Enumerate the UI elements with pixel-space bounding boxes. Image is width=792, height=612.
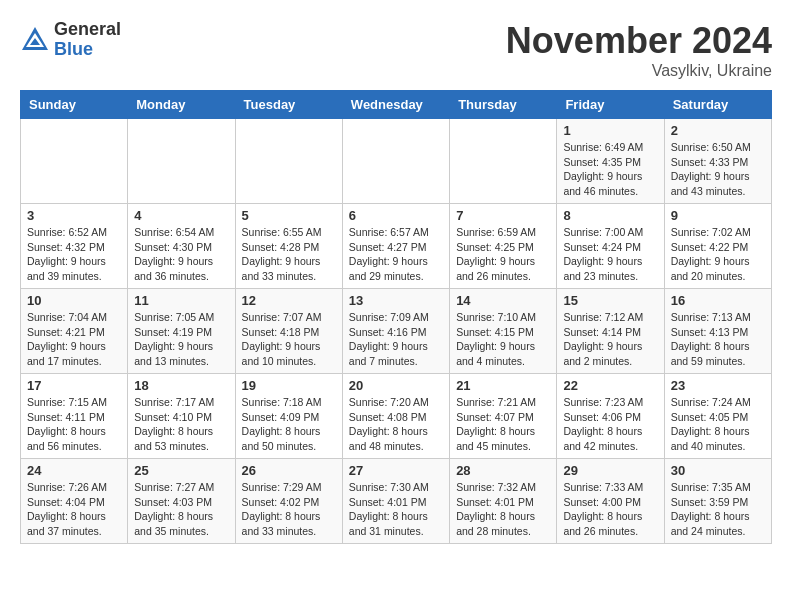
day-number: 2 bbox=[671, 123, 765, 138]
day-number: 7 bbox=[456, 208, 550, 223]
header-thursday: Thursday bbox=[450, 91, 557, 119]
day-cell-0-3 bbox=[342, 119, 449, 204]
calendar-table: Sunday Monday Tuesday Wednesday Thursday… bbox=[20, 90, 772, 544]
week-row-4: 24Sunrise: 7:26 AMSunset: 4:04 PMDayligh… bbox=[21, 459, 772, 544]
header-friday: Friday bbox=[557, 91, 664, 119]
day-info: Sunrise: 7:13 AMSunset: 4:13 PMDaylight:… bbox=[671, 310, 765, 369]
day-cell-0-0 bbox=[21, 119, 128, 204]
day-number: 11 bbox=[134, 293, 228, 308]
day-info: Sunrise: 7:10 AMSunset: 4:15 PMDaylight:… bbox=[456, 310, 550, 369]
day-info: Sunrise: 7:05 AMSunset: 4:19 PMDaylight:… bbox=[134, 310, 228, 369]
day-number: 21 bbox=[456, 378, 550, 393]
logo: General Blue bbox=[20, 20, 121, 60]
header-row: Sunday Monday Tuesday Wednesday Thursday… bbox=[21, 91, 772, 119]
day-number: 19 bbox=[242, 378, 336, 393]
day-number: 25 bbox=[134, 463, 228, 478]
day-number: 26 bbox=[242, 463, 336, 478]
day-info: Sunrise: 6:55 AMSunset: 4:28 PMDaylight:… bbox=[242, 225, 336, 284]
calendar-header: Sunday Monday Tuesday Wednesday Thursday… bbox=[21, 91, 772, 119]
day-info: Sunrise: 7:33 AMSunset: 4:00 PMDaylight:… bbox=[563, 480, 657, 539]
day-cell-0-2 bbox=[235, 119, 342, 204]
day-cell-4-0: 24Sunrise: 7:26 AMSunset: 4:04 PMDayligh… bbox=[21, 459, 128, 544]
day-info: Sunrise: 6:49 AMSunset: 4:35 PMDaylight:… bbox=[563, 140, 657, 199]
day-cell-3-5: 22Sunrise: 7:23 AMSunset: 4:06 PMDayligh… bbox=[557, 374, 664, 459]
day-info: Sunrise: 6:52 AMSunset: 4:32 PMDaylight:… bbox=[27, 225, 121, 284]
day-cell-3-0: 17Sunrise: 7:15 AMSunset: 4:11 PMDayligh… bbox=[21, 374, 128, 459]
day-info: Sunrise: 7:00 AMSunset: 4:24 PMDaylight:… bbox=[563, 225, 657, 284]
week-row-1: 3Sunrise: 6:52 AMSunset: 4:32 PMDaylight… bbox=[21, 204, 772, 289]
day-cell-1-3: 6Sunrise: 6:57 AMSunset: 4:27 PMDaylight… bbox=[342, 204, 449, 289]
day-cell-2-6: 16Sunrise: 7:13 AMSunset: 4:13 PMDayligh… bbox=[664, 289, 771, 374]
logo-general: General bbox=[54, 20, 121, 40]
day-cell-0-1 bbox=[128, 119, 235, 204]
day-cell-2-1: 11Sunrise: 7:05 AMSunset: 4:19 PMDayligh… bbox=[128, 289, 235, 374]
day-cell-1-6: 9Sunrise: 7:02 AMSunset: 4:22 PMDaylight… bbox=[664, 204, 771, 289]
day-number: 22 bbox=[563, 378, 657, 393]
day-info: Sunrise: 7:20 AMSunset: 4:08 PMDaylight:… bbox=[349, 395, 443, 454]
day-cell-4-4: 28Sunrise: 7:32 AMSunset: 4:01 PMDayligh… bbox=[450, 459, 557, 544]
header-monday: Monday bbox=[128, 91, 235, 119]
day-number: 12 bbox=[242, 293, 336, 308]
day-number: 13 bbox=[349, 293, 443, 308]
day-info: Sunrise: 7:27 AMSunset: 4:03 PMDaylight:… bbox=[134, 480, 228, 539]
day-number: 9 bbox=[671, 208, 765, 223]
day-cell-3-3: 20Sunrise: 7:20 AMSunset: 4:08 PMDayligh… bbox=[342, 374, 449, 459]
day-info: Sunrise: 7:07 AMSunset: 4:18 PMDaylight:… bbox=[242, 310, 336, 369]
day-info: Sunrise: 7:15 AMSunset: 4:11 PMDaylight:… bbox=[27, 395, 121, 454]
day-number: 8 bbox=[563, 208, 657, 223]
logo-blue: Blue bbox=[54, 40, 121, 60]
week-row-0: 1Sunrise: 6:49 AMSunset: 4:35 PMDaylight… bbox=[21, 119, 772, 204]
day-info: Sunrise: 7:30 AMSunset: 4:01 PMDaylight:… bbox=[349, 480, 443, 539]
day-info: Sunrise: 7:02 AMSunset: 4:22 PMDaylight:… bbox=[671, 225, 765, 284]
month-title: November 2024 bbox=[506, 20, 772, 62]
day-cell-2-3: 13Sunrise: 7:09 AMSunset: 4:16 PMDayligh… bbox=[342, 289, 449, 374]
day-cell-0-5: 1Sunrise: 6:49 AMSunset: 4:35 PMDaylight… bbox=[557, 119, 664, 204]
calendar-body: 1Sunrise: 6:49 AMSunset: 4:35 PMDaylight… bbox=[21, 119, 772, 544]
week-row-3: 17Sunrise: 7:15 AMSunset: 4:11 PMDayligh… bbox=[21, 374, 772, 459]
day-info: Sunrise: 7:26 AMSunset: 4:04 PMDaylight:… bbox=[27, 480, 121, 539]
day-info: Sunrise: 6:50 AMSunset: 4:33 PMDaylight:… bbox=[671, 140, 765, 199]
day-cell-1-0: 3Sunrise: 6:52 AMSunset: 4:32 PMDaylight… bbox=[21, 204, 128, 289]
logo-text: General Blue bbox=[54, 20, 121, 60]
day-cell-3-6: 23Sunrise: 7:24 AMSunset: 4:05 PMDayligh… bbox=[664, 374, 771, 459]
day-number: 5 bbox=[242, 208, 336, 223]
header-sunday: Sunday bbox=[21, 91, 128, 119]
day-number: 10 bbox=[27, 293, 121, 308]
day-info: Sunrise: 6:57 AMSunset: 4:27 PMDaylight:… bbox=[349, 225, 443, 284]
day-cell-1-5: 8Sunrise: 7:00 AMSunset: 4:24 PMDaylight… bbox=[557, 204, 664, 289]
day-cell-3-2: 19Sunrise: 7:18 AMSunset: 4:09 PMDayligh… bbox=[235, 374, 342, 459]
day-info: Sunrise: 7:04 AMSunset: 4:21 PMDaylight:… bbox=[27, 310, 121, 369]
day-info: Sunrise: 7:09 AMSunset: 4:16 PMDaylight:… bbox=[349, 310, 443, 369]
page-header: General Blue November 2024 Vasylkiv, Ukr… bbox=[20, 20, 772, 80]
day-cell-1-2: 5Sunrise: 6:55 AMSunset: 4:28 PMDaylight… bbox=[235, 204, 342, 289]
day-number: 1 bbox=[563, 123, 657, 138]
header-tuesday: Tuesday bbox=[235, 91, 342, 119]
day-number: 29 bbox=[563, 463, 657, 478]
day-info: Sunrise: 7:21 AMSunset: 4:07 PMDaylight:… bbox=[456, 395, 550, 454]
day-info: Sunrise: 7:35 AMSunset: 3:59 PMDaylight:… bbox=[671, 480, 765, 539]
day-cell-4-1: 25Sunrise: 7:27 AMSunset: 4:03 PMDayligh… bbox=[128, 459, 235, 544]
day-number: 30 bbox=[671, 463, 765, 478]
day-info: Sunrise: 7:12 AMSunset: 4:14 PMDaylight:… bbox=[563, 310, 657, 369]
day-info: Sunrise: 7:32 AMSunset: 4:01 PMDaylight:… bbox=[456, 480, 550, 539]
day-number: 20 bbox=[349, 378, 443, 393]
day-cell-4-2: 26Sunrise: 7:29 AMSunset: 4:02 PMDayligh… bbox=[235, 459, 342, 544]
day-number: 4 bbox=[134, 208, 228, 223]
day-number: 15 bbox=[563, 293, 657, 308]
day-cell-4-5: 29Sunrise: 7:33 AMSunset: 4:00 PMDayligh… bbox=[557, 459, 664, 544]
header-saturday: Saturday bbox=[664, 91, 771, 119]
day-number: 28 bbox=[456, 463, 550, 478]
day-cell-3-4: 21Sunrise: 7:21 AMSunset: 4:07 PMDayligh… bbox=[450, 374, 557, 459]
day-cell-0-4 bbox=[450, 119, 557, 204]
day-cell-4-3: 27Sunrise: 7:30 AMSunset: 4:01 PMDayligh… bbox=[342, 459, 449, 544]
day-number: 24 bbox=[27, 463, 121, 478]
day-cell-2-4: 14Sunrise: 7:10 AMSunset: 4:15 PMDayligh… bbox=[450, 289, 557, 374]
day-number: 6 bbox=[349, 208, 443, 223]
day-info: Sunrise: 7:29 AMSunset: 4:02 PMDaylight:… bbox=[242, 480, 336, 539]
day-number: 23 bbox=[671, 378, 765, 393]
day-number: 17 bbox=[27, 378, 121, 393]
day-info: Sunrise: 7:18 AMSunset: 4:09 PMDaylight:… bbox=[242, 395, 336, 454]
day-cell-3-1: 18Sunrise: 7:17 AMSunset: 4:10 PMDayligh… bbox=[128, 374, 235, 459]
day-cell-1-1: 4Sunrise: 6:54 AMSunset: 4:30 PMDaylight… bbox=[128, 204, 235, 289]
day-cell-2-0: 10Sunrise: 7:04 AMSunset: 4:21 PMDayligh… bbox=[21, 289, 128, 374]
